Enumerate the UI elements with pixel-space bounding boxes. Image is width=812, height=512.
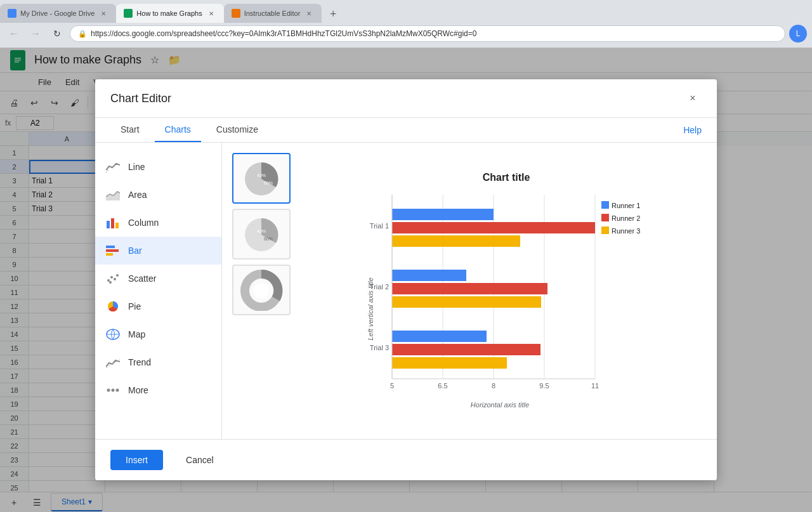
chart-type-line-label: Line — [128, 162, 145, 172]
svg-marker-4 — [106, 192, 120, 200]
bar-trial3-runner3 — [392, 357, 507, 369]
legend-runner3-label: Runner 3 — [612, 227, 640, 235]
svg-text:60%: 60% — [264, 237, 273, 241]
editor-footer: Insert Cancel — [95, 439, 717, 480]
url-bar[interactable]: 🔒 https://docs.google.com/spreadsheet/cc… — [70, 25, 785, 42]
svg-rect-8 — [106, 246, 115, 248]
bar-trial1-runner3 — [392, 235, 520, 247]
chart-type-trend[interactable]: Trend — [95, 348, 221, 376]
chart-type-sidebar: Line Area Column — [95, 143, 222, 439]
tab-instructable-label: Instructable Editor — [244, 10, 301, 17]
chart-type-line[interactable]: Line — [95, 153, 221, 181]
svg-text:40%: 40% — [257, 229, 266, 233]
chart-type-pie[interactable]: Pie — [95, 292, 221, 320]
tab-customize[interactable]: Customize — [206, 118, 268, 142]
editor-header: Chart Editor × — [95, 79, 717, 118]
tab-gdrive[interactable]: My Drive - Google Drive ✕ — [0, 4, 116, 23]
svg-point-15 — [109, 281, 112, 284]
svg-rect-5 — [107, 221, 110, 228]
tab-charts[interactable]: Charts — [155, 118, 201, 142]
bar-trial2-runner1 — [392, 270, 466, 281]
editor-title: Chart Editor — [110, 92, 684, 105]
legend-runner1-label: Runner 1 — [612, 202, 640, 209]
svg-rect-9 — [106, 249, 119, 252]
chart-type-pie-label: Pie — [128, 301, 141, 312]
y-label-trial3: Trial 3 — [370, 344, 389, 351]
svg-point-22 — [116, 389, 119, 392]
reload-button[interactable]: ↻ — [48, 25, 66, 43]
forward-button[interactable]: → — [27, 25, 44, 43]
tab-sheets-label: How to make Graphs — [136, 10, 202, 17]
chart-type-column[interactable]: Column — [95, 209, 221, 237]
chart-type-trend-label: Trend — [128, 357, 151, 367]
url-text: https://docs.google.com/spreadsheet/ccc?… — [91, 29, 777, 38]
thumbnail-3[interactable] — [232, 265, 291, 315]
svg-point-21 — [112, 389, 115, 392]
tab-gdrive-close[interactable]: ✕ — [98, 9, 108, 18]
legend-runner2-label: Runner 2 — [612, 214, 640, 222]
area-chart-icon — [105, 187, 121, 202]
thumbnail-list: 40% 60% 40% 60% — [232, 153, 296, 429]
tab-sheets[interactable]: How to make Graphs ✕ — [116, 4, 223, 23]
svg-point-12 — [110, 276, 113, 279]
y-label-trial2: Trial 2 — [370, 283, 389, 291]
bar-chart-icon — [105, 243, 121, 258]
bar-trial1-runner2 — [392, 222, 595, 233]
chart-type-scatter-label: Scatter — [128, 273, 156, 284]
modal-overlay: Chart Editor × Start Charts Customize He… — [0, 48, 812, 512]
chart-title-text: Chart title — [483, 172, 530, 183]
tab-instructable[interactable]: Instructable Editor ✕ — [224, 4, 322, 23]
new-tab-button[interactable]: + — [324, 5, 342, 23]
editor-close-button[interactable]: × — [684, 89, 702, 107]
legend-runner1-color — [601, 201, 609, 209]
legend-runner3-color — [601, 226, 609, 234]
bar-trial1-runner1 — [392, 209, 494, 220]
tab-start[interactable]: Start — [110, 118, 150, 142]
x-axis-title: Horizontal axis title — [471, 401, 529, 409]
svg-point-11 — [107, 279, 110, 282]
svg-point-30 — [254, 283, 269, 298]
thumbnail-2[interactable]: 40% 60% — [232, 209, 291, 259]
svg-rect-6 — [111, 218, 114, 228]
map-chart-icon — [105, 327, 121, 342]
x-label-5: 5 — [390, 382, 394, 390]
more-chart-icon — [105, 383, 121, 398]
insert-button[interactable]: Insert — [110, 450, 163, 470]
cancel-button[interactable]: Cancel — [171, 450, 229, 470]
back-button[interactable]: ← — [5, 25, 23, 43]
chart-type-scatter[interactable]: Scatter — [95, 265, 221, 292]
trend-chart-icon — [105, 355, 121, 370]
chart-type-map[interactable]: Map — [95, 320, 221, 348]
chart-type-column-label: Column — [128, 218, 159, 228]
tab-sheets-close[interactable]: ✕ — [206, 9, 216, 18]
chart-type-area[interactable]: Area — [95, 181, 221, 209]
chart-editor-dialog: Chart Editor × Start Charts Customize He… — [95, 79, 717, 480]
chart-type-more[interactable]: More — [95, 376, 221, 404]
chart-type-area-label: Area — [128, 190, 147, 200]
editor-tabs: Start Charts Customize Help — [95, 118, 717, 143]
chart-type-bar[interactable]: Bar — [95, 237, 221, 265]
svg-point-13 — [114, 278, 116, 280]
profile-button[interactable]: L — [789, 25, 807, 43]
lock-icon: 🔒 — [78, 30, 87, 38]
svg-point-14 — [116, 274, 119, 277]
chart-type-more-label: More — [128, 385, 148, 395]
chart-type-bar-label: Bar — [128, 246, 142, 256]
help-link[interactable]: Help — [683, 125, 702, 135]
instructable-favicon — [232, 9, 240, 18]
svg-rect-10 — [106, 253, 113, 256]
scatter-chart-icon — [105, 271, 121, 286]
column-chart-icon — [105, 215, 121, 230]
x-label-6.5: 6.5 — [438, 382, 447, 390]
x-label-11: 11 — [591, 382, 599, 390]
tab-instructable-close[interactable]: ✕ — [304, 9, 314, 18]
sheets-favicon — [124, 9, 133, 18]
gdrive-favicon — [8, 9, 16, 18]
x-label-9.5: 9.5 — [539, 382, 549, 390]
bar-trial2-runner3 — [392, 296, 541, 308]
bar-trial3-runner2 — [392, 344, 540, 355]
tab-gdrive-label: My Drive - Google Drive — [20, 10, 95, 17]
chart-preview-area: 40% 60% 40% 60% — [222, 143, 717, 439]
legend-runner2-color — [601, 214, 609, 221]
thumbnail-1[interactable]: 40% 60% — [232, 153, 291, 204]
